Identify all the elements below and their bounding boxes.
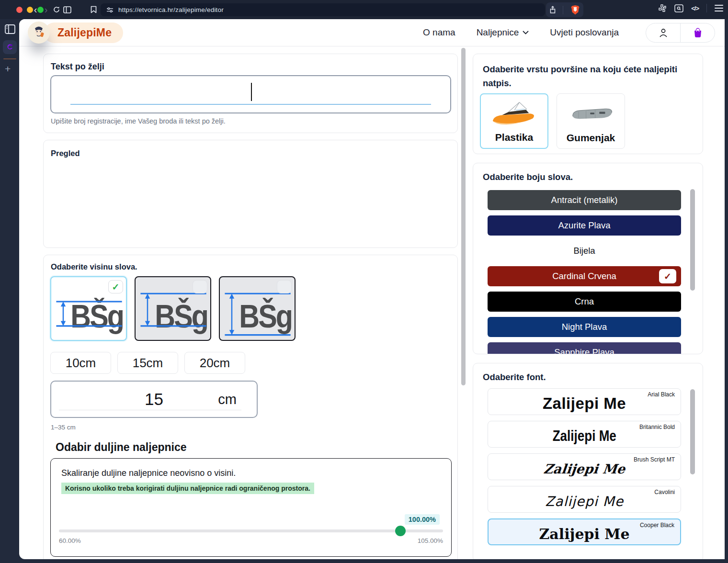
browser-tab-rail: + bbox=[0, 19, 19, 563]
length-min-label: 60.00% bbox=[59, 537, 81, 544]
height-option-checkbox bbox=[277, 280, 292, 293]
devtools-code-icon[interactable]: </> bbox=[691, 5, 699, 12]
text-underline bbox=[70, 104, 431, 105]
window-close-button[interactable] bbox=[16, 7, 23, 13]
color-antracit[interactable]: Antracit (metalik) bbox=[488, 190, 681, 210]
toolbar-right-icons: </> bbox=[658, 4, 723, 12]
brand-pill: ZalijepiMe bbox=[44, 23, 123, 43]
font-option-brush-script[interactable]: Brush Script MT Zalijepi Me bbox=[488, 453, 681, 480]
cart-button[interactable] bbox=[680, 23, 715, 42]
height-style-option-2[interactable]: BŠg bbox=[135, 276, 211, 341]
custom-text-panel: Tekst po želji Upišite broj registracije… bbox=[43, 54, 458, 133]
font-option-arial-black[interactable]: Arial Black Zalijepi Me bbox=[488, 388, 681, 415]
color-night[interactable]: Night Plava bbox=[488, 317, 681, 337]
chevron-down-icon bbox=[523, 31, 529, 34]
length-slider-thumb[interactable] bbox=[395, 526, 406, 536]
browser-window: ‹ › https://etvornica.hr/zalijepime/edit… bbox=[0, 0, 728, 563]
length-description: Skaliranje duljine naljepnice neovisno o… bbox=[61, 468, 236, 478]
surface-option-label: Gumenjak bbox=[557, 132, 625, 144]
font-list: Arial Black Zalijepi Me Britannic Bold Z… bbox=[488, 388, 681, 551]
site-controls-icon[interactable] bbox=[106, 7, 114, 13]
surface-option-plastika[interactable]: Plastika bbox=[480, 93, 548, 149]
user-icon bbox=[659, 28, 668, 38]
length-scaling-box: Skaliranje duljine naljepnice neovisno o… bbox=[50, 458, 452, 557]
color-cardinal[interactable]: Cardinal Crvena ✓ bbox=[488, 266, 681, 286]
surface-option-label: Plastika bbox=[481, 132, 547, 143]
color-azurite[interactable]: Azurite Plava bbox=[488, 215, 681, 236]
nav-o-nama[interactable]: O nama bbox=[423, 27, 455, 38]
active-tab-favicon[interactable] bbox=[3, 40, 17, 54]
font-scrollbar[interactable] bbox=[690, 389, 695, 557]
shopping-bag-icon bbox=[693, 27, 703, 38]
url-text: https://etvornica.hr/zalijepime/editor bbox=[118, 6, 224, 13]
custom-text-input[interactable] bbox=[50, 75, 451, 113]
new-tab-button[interactable]: + bbox=[5, 63, 11, 75]
account-cart-group bbox=[646, 23, 715, 43]
sidebar-toggle-icon[interactable] bbox=[4, 23, 16, 35]
color-panel: Odaberite boju slova. Antracit (metalik)… bbox=[473, 163, 703, 354]
height-style-options: BŠg ✓ BŠg bbox=[50, 276, 296, 341]
height-option-checkbox bbox=[193, 280, 207, 293]
surface-option-gumenjak[interactable]: Gumenjak bbox=[557, 93, 625, 149]
brand[interactable]: ZalijepiMe bbox=[28, 22, 123, 44]
nav-naljepnice[interactable]: Naljepnice bbox=[477, 27, 529, 38]
browser-chrome: ‹ › https://etvornica.hr/zalijepime/edit… bbox=[0, 0, 728, 19]
length-max-label: 105.00% bbox=[418, 537, 443, 544]
extensions-puzzle-icon[interactable] bbox=[658, 4, 667, 12]
preset-10cm-button[interactable]: 10cm bbox=[50, 352, 111, 374]
preview-panel: Pregled bbox=[43, 140, 458, 248]
url-bar[interactable]: https://etvornica.hr/zalijepime/editor bbox=[101, 3, 545, 16]
reload-icon[interactable] bbox=[51, 4, 62, 15]
svg-text:BŠg: BŠg bbox=[155, 297, 207, 335]
font-option-britannic-bold[interactable]: Britannic Bold Zalijepi Me bbox=[488, 421, 681, 448]
share-icon[interactable] bbox=[549, 6, 556, 14]
height-title: Odaberite visinu slova. bbox=[51, 262, 137, 271]
color-scrollbar-thumb[interactable] bbox=[690, 189, 695, 291]
plastika-boat-icon bbox=[481, 99, 547, 129]
page-scrollbar[interactable] bbox=[461, 47, 466, 559]
color-crna[interactable]: Crna bbox=[488, 292, 681, 312]
brand-logo-icon bbox=[28, 22, 50, 44]
color-bijela[interactable]: Bijela bbox=[488, 241, 681, 261]
bookmark-icon[interactable] bbox=[88, 4, 99, 15]
custom-text-helper: Upišite broj registracije, ime Vašeg bro… bbox=[51, 117, 226, 125]
preset-20cm-button[interactable]: 20cm bbox=[184, 352, 245, 374]
back-icon[interactable]: ‹ bbox=[30, 4, 41, 15]
height-style-option-1[interactable]: BŠg ✓ bbox=[50, 276, 127, 341]
forward-icon[interactable]: › bbox=[40, 4, 52, 15]
tab-divider bbox=[3, 58, 16, 59]
text-caret bbox=[251, 83, 252, 101]
length-note: Korisno ukoliko treba korigirati duljinu… bbox=[61, 483, 314, 494]
font-option-cooper-black[interactable]: Cooper Black Zalijepi Me bbox=[488, 518, 681, 545]
font-scrollbar-thumb[interactable] bbox=[690, 389, 695, 474]
brand-name: ZalijepiMe bbox=[57, 26, 112, 39]
nav-uvjeti[interactable]: Uvjeti poslovanja bbox=[550, 27, 619, 38]
page-scrollbar-thumb[interactable] bbox=[461, 48, 466, 385]
gumenjak-boat-icon bbox=[557, 99, 625, 128]
font-option-cavolini[interactable]: Cavolini Zalijepi Me bbox=[488, 486, 681, 513]
color-list: Antracit (metalik) Azurite Plava Bijela … bbox=[488, 190, 681, 354]
page: ZalijepiMe O nama Naljepnice Uvjeti posl… bbox=[19, 19, 725, 559]
svg-text:BŠg: BŠg bbox=[239, 297, 292, 335]
length-title: Odabir duljine naljepnice bbox=[56, 441, 187, 454]
split-view-icon[interactable] bbox=[61, 4, 73, 15]
reader-search-icon[interactable] bbox=[674, 4, 683, 12]
height-value-input[interactable]: 15 cm bbox=[50, 381, 258, 418]
menu-hamburger-icon[interactable] bbox=[715, 5, 723, 11]
site-header: ZalijepiMe O nama Naljepnice Uvjeti posl… bbox=[19, 19, 725, 46]
height-presets: 10cm 15cm 20cm bbox=[50, 352, 245, 374]
height-input-underline bbox=[59, 410, 241, 411]
account-button[interactable] bbox=[646, 23, 680, 42]
svg-text:BŠg: BŠg bbox=[70, 297, 123, 335]
url-actions-group bbox=[546, 2, 583, 17]
color-sapphire[interactable]: Sapphire Plava bbox=[488, 342, 681, 354]
brave-shield-icon[interactable] bbox=[570, 5, 580, 15]
color-title: Odaberite boju slova. bbox=[483, 172, 573, 182]
height-style-option-3[interactable]: BŠg bbox=[219, 276, 296, 341]
color-scrollbar[interactable] bbox=[690, 189, 695, 347]
custom-text-title: Tekst po želji bbox=[51, 62, 104, 72]
length-value-badge: 100.00% bbox=[405, 514, 440, 525]
surface-options: Plastika Gumenjak bbox=[480, 93, 625, 149]
length-slider[interactable] bbox=[59, 529, 443, 532]
preset-15cm-button[interactable]: 15cm bbox=[117, 352, 178, 374]
